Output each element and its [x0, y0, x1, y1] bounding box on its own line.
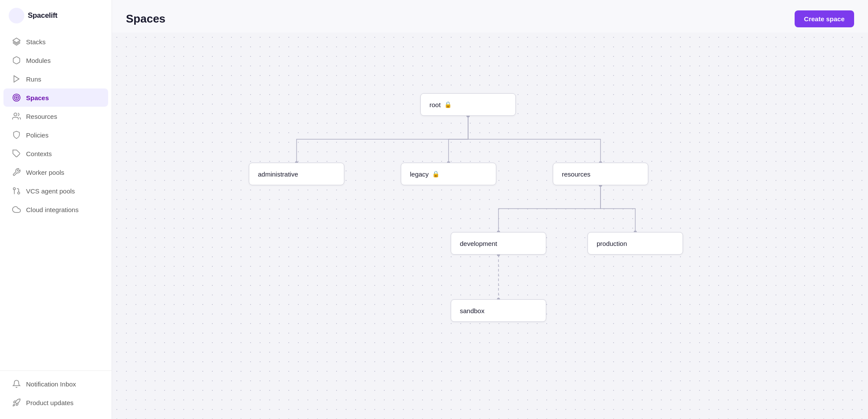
logo[interactable]: 🧙 Spacelift	[0, 0, 112, 29]
svg-point-7	[14, 113, 17, 116]
sidebar-item-vcs-agent-pools[interactable]: VCS agent pools	[3, 182, 108, 200]
svg-point-6	[16, 97, 17, 98]
page-header: Spaces Create space	[112, 0, 868, 33]
space-node-root[interactable]: root🔒	[420, 93, 516, 116]
cloud-icon	[12, 205, 21, 214]
space-node-development[interactable]: development	[451, 232, 546, 255]
sidebar-nav: Stacks Modules Runs Spaces Resources Pol…	[0, 29, 112, 370]
space-node-label: legacy	[410, 170, 429, 178]
users-icon	[12, 112, 21, 121]
shield-icon	[12, 131, 21, 139]
rocket-icon	[12, 398, 21, 407]
space-node-production[interactable]: production	[587, 232, 683, 255]
sidebar-item-policies[interactable]: Policies	[3, 126, 108, 144]
sidebar-item-label: Resources	[26, 113, 57, 120]
git-icon	[12, 187, 21, 195]
lock-icon: 🔒	[432, 170, 439, 177]
space-node-label: sandbox	[460, 307, 485, 314]
sidebar-item-label: Runs	[26, 75, 41, 83]
target-icon	[12, 93, 21, 102]
sidebar-item-label: Modules	[26, 57, 51, 64]
create-space-button[interactable]: Create space	[795, 10, 854, 27]
space-node-sandbox[interactable]: sandbox	[451, 299, 546, 322]
svg-point-0	[9, 8, 24, 23]
sidebar-item-product-updates[interactable]: Product updates	[3, 393, 108, 412]
sidebar-bottom: Notification Inbox Product updates	[0, 370, 112, 419]
sidebar-item-resources[interactable]: Resources	[3, 107, 108, 125]
play-icon	[12, 75, 21, 83]
sidebar-item-label: Product updates	[26, 399, 73, 406]
sidebar-item-contexts[interactable]: Contexts	[3, 144, 108, 163]
space-node-label: resources	[562, 170, 591, 178]
sidebar-item-notification-inbox[interactable]: Notification Inbox	[3, 375, 108, 393]
svg-point-5	[14, 95, 19, 100]
layers-icon	[12, 37, 21, 46]
cube-icon	[12, 56, 21, 65]
sidebar-item-label: Worker pools	[26, 169, 64, 176]
sidebar-item-label: Contexts	[26, 150, 52, 157]
sidebar-item-cloud-integrations[interactable]: Cloud integrations	[3, 200, 108, 219]
logo-text: Spacelift	[28, 11, 57, 20]
sidebar-item-label: Spaces	[26, 94, 49, 101]
sidebar-item-runs[interactable]: Runs	[3, 70, 108, 88]
tool-icon	[12, 168, 21, 177]
tree-svg	[112, 33, 868, 419]
sidebar-item-label: Stacks	[26, 38, 46, 46]
sidebar-item-stacks[interactable]: Stacks	[3, 33, 108, 51]
space-node-label: root	[429, 101, 441, 108]
puzzle-icon	[12, 149, 21, 158]
svg-point-9	[18, 192, 20, 194]
space-node-label: development	[460, 240, 497, 247]
space-node-label: administrative	[258, 170, 298, 178]
sidebar-item-modules[interactable]: Modules	[3, 51, 108, 69]
spaces-canvas[interactable]: root🔒administrativelegacy🔒resourcesdevel…	[112, 33, 868, 419]
svg-point-4	[13, 94, 20, 101]
svg-marker-3	[14, 76, 19, 82]
space-node-administrative[interactable]: administrative	[249, 163, 344, 185]
sidebar-item-worker-pools[interactable]: Worker pools	[3, 163, 108, 181]
sidebar: 🧙 Spacelift Stacks Modules Runs Spaces R…	[0, 0, 112, 419]
lock-icon: 🔒	[444, 101, 452, 108]
sidebar-item-label: Cloud integrations	[26, 206, 79, 213]
sidebar-item-label: Policies	[26, 131, 49, 139]
sidebar-item-label: VCS agent pools	[26, 187, 75, 195]
page-title: Spaces	[126, 12, 165, 26]
svg-point-10	[13, 188, 16, 190]
main-content: Spaces Create space root🔒administrativel…	[112, 0, 868, 419]
bell-icon	[12, 380, 21, 388]
space-node-label: production	[597, 240, 627, 247]
space-node-legacy[interactable]: legacy🔒	[401, 163, 496, 185]
sidebar-item-spaces[interactable]: Spaces	[3, 88, 108, 107]
space-node-resources[interactable]: resources	[553, 163, 648, 185]
sidebar-item-label: Notification Inbox	[26, 380, 76, 388]
